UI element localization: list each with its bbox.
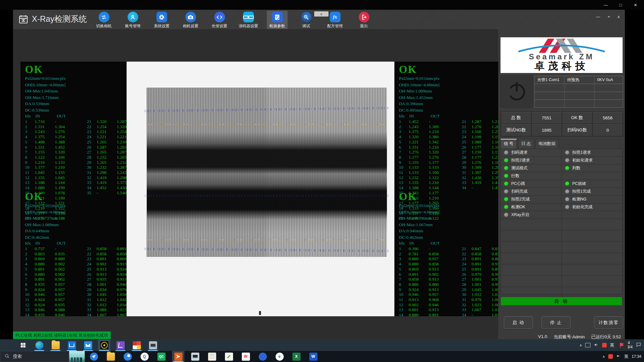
measure-row: 281.0010.990 (462, 282, 502, 287)
measure-row: 311.3971.298 (462, 170, 502, 175)
maximize-button[interactable]: + (608, 14, 610, 19)
close-button[interactable]: x (618, 14, 620, 19)
result-status: OK (25, 64, 127, 75)
toolbar-item-exit[interactable]: 退出 (353, 11, 374, 29)
monitor-chart-icon (191, 353, 199, 361)
measure-info: Pxl2mm=0.011mm/plxOH[0.10mm~4.00mm]OH-Mi… (25, 75, 127, 113)
measure-row: 61.3311.452 (25, 145, 87, 150)
measure-row: 250.8910.891 (462, 267, 502, 272)
stat-value: 5656 (592, 112, 623, 124)
toolbar-item-reader-settings[interactable]: 读码器设置 (238, 11, 259, 29)
measure-row: 211.3201.287 (87, 119, 127, 124)
taskbar-item-kingsoft-app[interactable] (114, 339, 127, 351)
signal-on-indicator (504, 205, 508, 209)
signal-row: XRay开启 (501, 211, 622, 219)
auto-mode-bar[interactable]: 自 动 (501, 297, 622, 305)
minimize-button[interactable]: — (603, 3, 608, 7)
tray-expand-icon[interactable]: ∧ (602, 355, 605, 359)
maximize-button[interactable]: □ (618, 3, 623, 7)
toolbar-item-camera-settings[interactable]: 相机设置 (180, 11, 201, 29)
taskbar-item-start[interactable] (17, 339, 29, 351)
taskbar-item-ms-store[interactable] (66, 339, 78, 351)
measure-row: 50.8690.913 (399, 267, 462, 272)
taskbar-item-note-pencil[interactable] (223, 351, 235, 362)
taskbar-item-circle-app[interactable] (256, 351, 269, 362)
taskbar-item-word[interactable]: W (307, 351, 319, 362)
tab-电池数据[interactable]: 电池数据 (535, 139, 559, 149)
ime-language[interactable]: 英 (624, 354, 628, 359)
toolbar-item-account[interactable]: 账号管理 (122, 11, 143, 29)
taskbar-item-q-app[interactable]: Q (138, 351, 151, 362)
taskbar-item-file-explorer-2[interactable] (105, 351, 117, 362)
tube-status-cell: 光管1 Com1 (535, 76, 564, 84)
clear-count-button[interactable]: 计数清零 (594, 316, 623, 329)
taskbar-item-tiles-app[interactable] (130, 339, 143, 351)
tube-status-cell (564, 92, 594, 100)
tab-日志[interactable]: 日 志 (518, 139, 534, 149)
taskbar-item-qc-app[interactable]: QC (155, 351, 167, 362)
measure-row: 301.0451.034 (87, 292, 127, 297)
minimize-button[interactable]: — (596, 14, 600, 19)
comet-browser-icon (124, 353, 132, 361)
taskbar-item-comet-browser[interactable] (121, 351, 134, 362)
ime-tray-icon[interactable] (608, 354, 613, 359)
account-icon (128, 12, 138, 22)
measure-row: 331.0891.023 (87, 307, 127, 312)
tab-信号[interactable]: 信 号 (501, 139, 517, 149)
signal-empty-cell (562, 287, 622, 298)
measure-row: 110.9240.957 (25, 297, 87, 302)
measure-row: 51.4081.388 (25, 139, 87, 145)
measure-row: 260.9130.924 (87, 272, 127, 277)
signal-empty-cell (562, 211, 622, 219)
display-tray-icon[interactable] (585, 343, 590, 347)
toolbar-item-switch-camera[interactable]: 切换相机 (93, 11, 114, 29)
news-widget-thumbnail[interactable] (69, 351, 85, 362)
toolbar-item-label: 账号管理 (125, 23, 141, 29)
power-icon (504, 79, 529, 105)
signal-empty-cell (562, 230, 622, 241)
speaker-icon[interactable] (594, 342, 599, 348)
taskbar-item-file-explorer[interactable] (49, 339, 62, 351)
start-button[interactable]: 启 动 (504, 316, 533, 329)
measure-row: 120.9240.935 (25, 302, 87, 308)
taskbar-item-messenger-bird[interactable] (88, 351, 100, 362)
close-button[interactable]: ✕ (633, 3, 638, 7)
remote-desktop-titlebar: —□✕ (0, 0, 644, 10)
taskbar-item-monitor-chart[interactable] (189, 351, 201, 362)
taskbar-item-xray-viewer[interactable] (172, 351, 184, 362)
signal-XRay开启: XRay开启 (501, 211, 562, 219)
signal-初始化完成: 初始化完成 (562, 203, 622, 211)
ime-tray-icon[interactable] (602, 343, 607, 347)
signal-grid: 扫码请求拍照1请求拍照2请求初始化请求测试模式列数行数PC心跳PC就绪扫码完成拍… (501, 149, 623, 294)
taskbar-item-mail[interactable] (82, 339, 94, 351)
taskbar-item-notepad[interactable] (206, 351, 218, 362)
toolbar-item-inspect-params[interactable]: 检测参数 (267, 11, 288, 29)
toolbar-item-tube-settings[interactable]: 光管设置 (209, 11, 230, 29)
signal-row: 测试模式列数 (501, 164, 622, 172)
flag-notification-icon[interactable] (616, 340, 628, 350)
taskbar-item-excel[interactable]: X (290, 351, 303, 362)
taskbar-item-xray-app[interactable] (98, 339, 110, 351)
stat-label: OK 数 (562, 112, 592, 124)
taskbar-item-monitor-app[interactable] (147, 339, 159, 351)
wps-office-icon: W (242, 353, 250, 361)
taskbar-item-wps-office[interactable]: W (240, 351, 252, 362)
measure-row: 311.0121.045 (87, 297, 127, 302)
tray-expand-icon[interactable]: ∧ (579, 343, 582, 347)
speaker-icon[interactable] (616, 354, 621, 359)
xray-power-button[interactable] (501, 76, 533, 108)
toolbar-item-debug[interactable]: 调试 (296, 11, 316, 29)
taskbar-item-edge-browser[interactable] (33, 339, 45, 351)
action-center-icon[interactable] (636, 342, 641, 348)
taskbar-item-e-browser[interactable]: e (273, 351, 286, 362)
taskbar-search[interactable]: 搜索 (0, 351, 69, 362)
local-clock[interactable]: 17:34 (632, 354, 641, 359)
toolbar-expand-button[interactable]: ∨ (314, 11, 328, 17)
signal-label: 行数 (511, 173, 519, 179)
signal-row: 拍照2完成检测NG (501, 196, 622, 203)
stop-button[interactable]: 停 止 (541, 316, 571, 329)
measure-row: 271.2101.177 (462, 150, 502, 155)
measure-row: 240.8910.913 (462, 261, 502, 267)
toolbar-item-system-settings[interactable]: 系统设置 (151, 11, 172, 29)
ime-language[interactable]: 英 (610, 342, 614, 348)
